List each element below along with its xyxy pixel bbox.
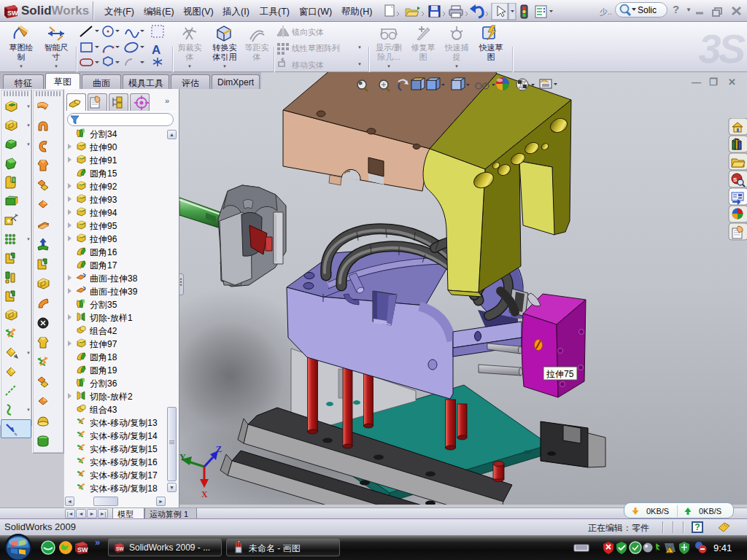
svg-text:S: S: [733, 176, 738, 183]
svg-text:SW: SW: [116, 546, 124, 551]
svg-text:X: X: [201, 489, 208, 499]
svg-text:SW: SW: [77, 546, 88, 553]
svg-text:Z: Z: [216, 444, 222, 454]
svg-text:!: !: [668, 549, 670, 553]
svg-text:Solic: Solic: [638, 5, 657, 15]
svg-text:少..: 少..: [600, 7, 612, 16]
svg-text:拉伸75: 拉伸75: [546, 369, 574, 379]
svg-text:A: A: [152, 43, 160, 57]
svg-text:Y: Y: [179, 452, 186, 462]
svg-text:SW: SW: [7, 9, 18, 17]
